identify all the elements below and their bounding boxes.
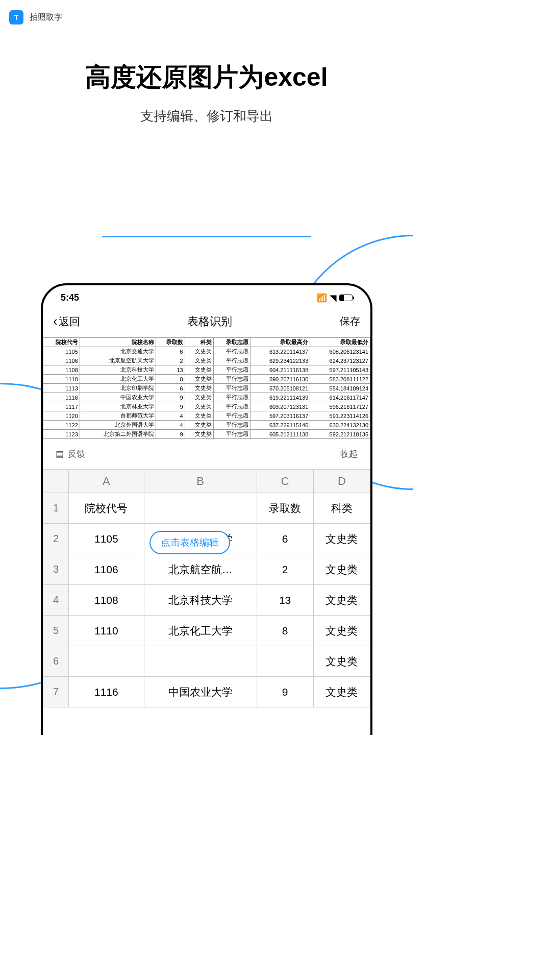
chevron-left-icon: ‹ (53, 313, 58, 329)
back-button[interactable]: ‹ 返回 (53, 313, 80, 329)
app-name: 拍照取字 (30, 12, 62, 23)
scan-line (102, 236, 311, 237)
app-header: T 拍照取字 (0, 0, 413, 35)
feedback-button[interactable]: ▤ 反馈 (56, 448, 85, 460)
status-time: 5:45 (61, 292, 79, 303)
status-icons: 📶 ◥ (317, 293, 353, 303)
navbar: ‹ 返回 表格识别 保存 (43, 307, 370, 335)
back-label: 返回 (59, 314, 80, 329)
hero-title: 高度还原图片为excel (0, 60, 413, 94)
hero-subtitle: 支持编辑、修订和导出 (0, 107, 413, 125)
excel-grid[interactable]: ABCD1院校代号录取数科类21105北京交通大学6文史类31106北京航空航…… (43, 469, 370, 707)
wifi-icon: ◥ (330, 293, 336, 303)
app-icon: T (9, 10, 23, 24)
battery-icon (339, 295, 353, 301)
status-bar: 5:45 📶 ◥ (43, 285, 370, 307)
feedback-icon: ▤ (56, 449, 64, 459)
nav-title: 表格识别 (187, 314, 232, 329)
signal-icon: 📶 (317, 293, 327, 303)
recognized-table: 院校代号院校名称录取数科类录取志愿录取最高分录取最低分1105北京交通大学6文史… (43, 337, 370, 439)
phone-frame: 5:45 📶 ◥ ‹ 返回 表格识别 保存 院校代号院校名称录取数科类录取志愿录… (41, 283, 372, 735)
collapse-button[interactable]: 收起 (340, 448, 358, 460)
toolbar: ▤ 反馈 收起 (43, 439, 370, 469)
edit-tooltip: 点击表格编辑 (149, 531, 230, 554)
save-button[interactable]: 保存 (340, 314, 360, 328)
feedback-label: 反馈 (68, 448, 85, 460)
